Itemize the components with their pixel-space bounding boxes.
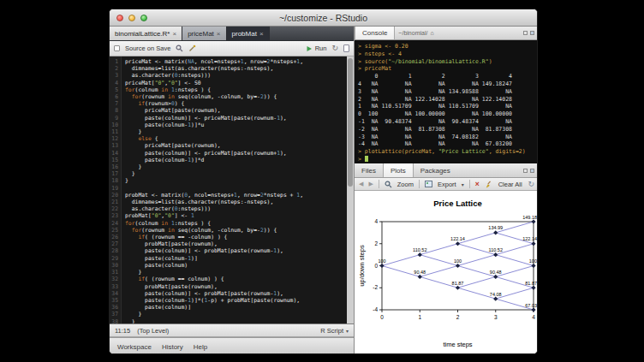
code-line: paste(colnum-1)]*d [125,157,347,163]
close-icon[interactable]: × [259,30,264,38]
previous-plot-icon[interactable]: ◀ [359,181,363,187]
remove-plot-icon[interactable]: × [475,180,480,188]
code-line: paste(colnum) [125,262,347,269]
tab-console[interactable]: Console [355,27,395,39]
run-button[interactable]: Run [306,45,327,52]
svg-text:-2: -2 [373,284,378,290]
console-line: > [358,156,538,163]
rstudio-window: ~/customize - RStudio binomialLattice.R*… [109,9,538,354]
code-line: probMat <- matrix(0, ncol=nsteps+1, nrow… [125,192,347,199]
code-line: paste(colnum-1)]*(1-p) + probMat[paste(r… [125,297,347,304]
plots-pane-header: Files Plots Packages [355,163,538,178]
line-numbers: 1234567891011121314151617181920212223242… [110,56,122,323]
export-button[interactable]: Export [438,181,456,188]
code-line: probMat["0","0"] <- 1 [125,212,347,219]
svg-text:time steps: time steps [443,341,472,348]
code-tools-icon[interactable] [188,45,196,52]
scope-indicator[interactable]: (Top Level) [137,327,169,335]
code-line: for(rownum in seq(colnum, -colnum, by=-2… [125,227,347,234]
code-line [125,185,347,192]
svg-text:81.87: 81.87 [525,281,537,286]
refresh-icon[interactable]: ↻ [528,180,534,188]
console-pane-buttons [523,27,538,39]
cursor-position[interactable]: 11:15 [115,327,130,335]
broom-icon[interactable] [485,181,493,188]
code-line: dimnames=list(as.character(nsteps:-nstep… [125,65,347,72]
close-icon[interactable]: × [217,30,221,38]
svg-text:100: 100 [378,258,385,264]
console-line: -4 NA NA NA NA 67.03200 [358,140,538,148]
svg-text:122.14: 122.14 [522,236,537,241]
code-line: for(rownum in seq(colnum, -colnum, by=-2… [125,93,347,100]
tab-packages[interactable]: Packages [414,163,457,177]
code-line: priceMat[paste(rownum), [125,142,347,149]
price-lattice-plot: Price Lattice01234-4-2024time stepsup/do… [355,191,538,354]
tab-help[interactable]: Help [194,343,207,351]
console-line: > source("~/binomial/binomialLattice.R") [358,58,538,66]
console-line: 2 NA NA 122.14028 NA 122.14028 [358,96,538,104]
code-line: paste(colnum)] [125,304,347,311]
chevron-down-icon: ▾ [462,181,464,187]
file-type-selector[interactable]: R Script ▾ [320,327,349,335]
console-line: 0 100 NA 100.00000 NA 100.00000 [358,110,538,118]
tab-plots[interactable]: Plots [383,163,414,177]
svg-text:134.99: 134.99 [488,225,503,230]
next-plot-icon[interactable]: ▶ [368,181,373,187]
code-lines[interactable]: priceMat <- matrix(NA, ncol=nsteps+1, nr… [122,56,347,323]
svg-text:-4: -4 [373,306,378,312]
zoom-icon[interactable] [385,181,392,188]
source-on-save-checkbox[interactable] [114,45,120,51]
close-icon[interactable]: × [172,30,176,38]
console-line: > priceMat [358,65,538,73]
titlebar[interactable]: ~/customize - RStudio [110,9,537,27]
code-line: paste(colnum)] <- priceMat[paste(rownum-… [125,115,347,122]
run-label: Run [315,45,327,52]
clear-all-button[interactable]: Clear All [498,181,522,188]
find-icon[interactable] [176,45,183,52]
svg-text:110.52: 110.52 [413,247,426,252]
maximize-pane-icon[interactable] [530,31,534,35]
tab-files[interactable]: Files [355,163,383,177]
rerun-icon[interactable]: ↻ [331,45,338,52]
tab-workspace[interactable]: Workspace [117,343,152,351]
maximize-pane-icon[interactable] [530,169,534,173]
svg-text:3: 3 [494,314,498,320]
source-pane: binomialLattice.R* × priceMat × probMat … [110,27,354,354]
code-editor[interactable]: 1234567891011121314151617181920212223242… [110,56,354,323]
code-line: priceMat["0","0"] <- S0 [125,80,347,86]
console-line: > nsteps <- 4 [358,50,538,58]
packages-tab-label: Packages [420,167,450,175]
svg-text:1: 1 [418,314,421,320]
code-line: else { [125,135,347,142]
tab-binomiallattice-r[interactable]: binomialLattice.R* × [110,27,182,40]
home-icon[interactable]: ⌂ [430,30,433,36]
export-icon[interactable] [425,181,432,187]
workspace-pane-header: Workspace History Help [110,337,354,354]
tab-history[interactable]: History [162,343,183,351]
svg-text:149.18: 149.18 [522,215,537,220]
working-directory[interactable]: ~/binomial/ ⌂ [398,27,433,39]
console-line: 4 NA NA NA NA 149.18247 [358,80,538,88]
working-directory-path: ~/binomial/ [398,30,427,36]
minimize-pane-icon[interactable] [523,31,528,35]
minimize-pane-icon[interactable] [523,169,528,173]
editor-scrollbar[interactable] [347,56,354,323]
scrollbar-thumb[interactable] [348,58,353,187]
code-line: as.character(0:nsteps))) [125,72,347,79]
code-line: if( (rownum == colnum) ) { [125,276,347,282]
zoom-button[interactable]: Zoom [397,181,414,188]
svg-text:100: 100 [529,258,537,264]
toolbar-separator [379,180,379,188]
source-file-icon[interactable] [343,45,349,52]
window-title: ~/customize - RStudio [110,13,537,23]
code-line: probMat[paste(rownum), [125,283,347,290]
toolbar-separator [419,180,420,188]
code-line: probMat[paste(rownum), [125,240,347,247]
plot-area: Price Lattice01234-4-2024time stepsup/do… [355,191,538,354]
tab-probmat[interactable]: probMat × [227,27,270,40]
console-output[interactable]: > sigma <- 0.20> nsteps <- 4> source("~/… [355,40,538,163]
code-line: for(colnum in 1:nsteps ) { [125,86,347,93]
code-line: } [125,269,347,276]
tab-pricemat[interactable]: priceMat × [182,27,226,40]
console-line: 3 NA NA NA 134.98588 NA [358,88,538,96]
